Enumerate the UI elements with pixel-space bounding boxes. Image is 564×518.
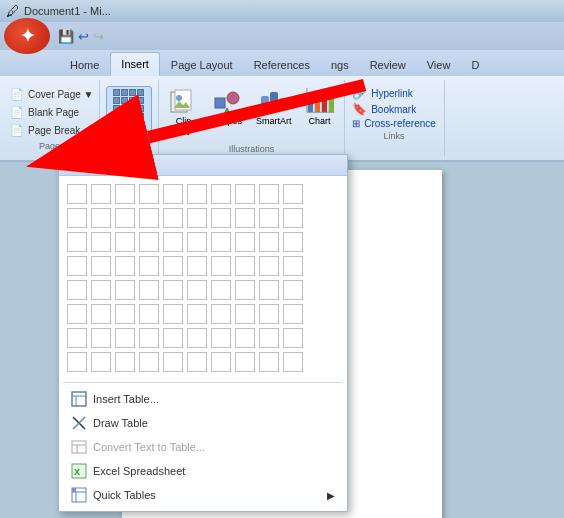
grid-cell[interactable]: [283, 256, 303, 276]
draw-table-item[interactable]: Draw Table: [59, 411, 347, 435]
grid-cell[interactable]: [163, 232, 183, 252]
cover-page-button[interactable]: 📄 Cover Page ▼: [8, 86, 95, 103]
grid-cell[interactable]: [115, 280, 135, 300]
grid-cell[interactable]: [235, 352, 255, 372]
grid-cell[interactable]: [163, 256, 183, 276]
grid-cell[interactable]: [139, 352, 159, 372]
grid-cell[interactable]: [259, 232, 279, 252]
save-icon[interactable]: 💾: [58, 29, 74, 44]
grid-cell[interactable]: [91, 304, 111, 324]
cross-reference-button[interactable]: ⊞ Cross-reference: [352, 118, 436, 129]
tab-references[interactable]: References: [244, 54, 320, 76]
grid-cell[interactable]: [163, 304, 183, 324]
tab-review[interactable]: Review: [360, 54, 416, 76]
tab-page-layout[interactable]: Page Layout: [161, 54, 243, 76]
hyperlink-button[interactable]: 🔗 Hyperlink: [352, 86, 413, 100]
redo-icon[interactable]: ↪: [93, 29, 104, 44]
grid-cell[interactable]: [211, 352, 231, 372]
grid-cell[interactable]: [187, 280, 207, 300]
blank-page-button[interactable]: 📄 Blank Page: [8, 104, 81, 121]
grid-cell[interactable]: [91, 256, 111, 276]
grid-cell[interactable]: [235, 280, 255, 300]
grid-cell[interactable]: [91, 208, 111, 228]
grid-cell[interactable]: [211, 232, 231, 252]
grid-cell[interactable]: [115, 232, 135, 252]
quick-tables-item[interactable]: Quick Tables ▶: [59, 483, 347, 507]
grid-cell[interactable]: [187, 232, 207, 252]
shapes-button[interactable]: Shapes: [205, 84, 248, 130]
grid-cell[interactable]: [187, 304, 207, 324]
grid-cell[interactable]: [283, 328, 303, 348]
page-break-button[interactable]: 📄 Page Break: [8, 122, 82, 139]
grid-cell[interactable]: [67, 328, 87, 348]
grid-cell[interactable]: [115, 184, 135, 204]
grid-cell[interactable]: [139, 304, 159, 324]
table-button[interactable]: Table: [106, 86, 152, 137]
grid-cell[interactable]: [187, 256, 207, 276]
grid-cell[interactable]: [211, 280, 231, 300]
grid-cell[interactable]: [283, 280, 303, 300]
grid-cell[interactable]: [259, 208, 279, 228]
grid-cell[interactable]: [139, 280, 159, 300]
grid-cell[interactable]: [259, 256, 279, 276]
grid-cell[interactable]: [283, 184, 303, 204]
tab-view[interactable]: View: [417, 54, 461, 76]
grid-cell[interactable]: [259, 304, 279, 324]
grid-cell[interactable]: [115, 304, 135, 324]
grid-cell[interactable]: [115, 208, 135, 228]
excel-spreadsheet-item[interactable]: X Excel Spreadsheet: [59, 459, 347, 483]
grid-cell[interactable]: [163, 208, 183, 228]
tab-mailings[interactable]: ngs: [321, 54, 359, 76]
grid-cell[interactable]: [67, 184, 87, 204]
grid-cell[interactable]: [139, 232, 159, 252]
grid-cell[interactable]: [283, 352, 303, 372]
insert-table-item[interactable]: Insert Table...: [59, 387, 347, 411]
grid-cell[interactable]: [139, 184, 159, 204]
clipart-button[interactable]: ClipArt: [163, 84, 203, 142]
convert-text-item[interactable]: Convert Text to Table...: [59, 435, 347, 459]
grid-cell[interactable]: [187, 208, 207, 228]
grid-cell[interactable]: [115, 328, 135, 348]
office-button[interactable]: ✦: [4, 18, 50, 54]
grid-cell[interactable]: [259, 328, 279, 348]
grid-cell[interactable]: [139, 256, 159, 276]
grid-cell[interactable]: [67, 256, 87, 276]
grid-cell[interactable]: [187, 184, 207, 204]
grid-cell[interactable]: [259, 184, 279, 204]
grid-cell[interactable]: [115, 352, 135, 372]
grid-cell[interactable]: [211, 208, 231, 228]
grid-cell[interactable]: [115, 256, 135, 276]
grid-cell[interactable]: [139, 328, 159, 348]
bookmark-button[interactable]: 🔖 Bookmark: [352, 102, 416, 116]
grid-cell[interactable]: [235, 328, 255, 348]
grid-cell[interactable]: [91, 184, 111, 204]
grid-cell[interactable]: [211, 304, 231, 324]
undo-icon[interactable]: ↩: [78, 29, 89, 44]
grid-cell[interactable]: [235, 232, 255, 252]
grid-cell[interactable]: [139, 208, 159, 228]
grid-cell[interactable]: [235, 184, 255, 204]
grid-cell[interactable]: [259, 280, 279, 300]
grid-cell[interactable]: [211, 184, 231, 204]
grid-cell[interactable]: [283, 208, 303, 228]
grid-cell[interactable]: [187, 352, 207, 372]
grid-cell[interactable]: [163, 352, 183, 372]
grid-cell[interactable]: [67, 352, 87, 372]
tab-extra[interactable]: D: [461, 54, 489, 76]
grid-cell[interactable]: [283, 304, 303, 324]
grid-cell[interactable]: [67, 280, 87, 300]
grid-cell[interactable]: [283, 232, 303, 252]
grid-cell[interactable]: [235, 208, 255, 228]
grid-cell[interactable]: [211, 256, 231, 276]
smartart-button[interactable]: SmartArt: [250, 84, 298, 130]
grid-cell[interactable]: [211, 328, 231, 348]
grid-cell[interactable]: [187, 328, 207, 348]
chart-button[interactable]: Chart: [300, 84, 340, 130]
grid-cell[interactable]: [67, 208, 87, 228]
grid-cell[interactable]: [163, 280, 183, 300]
grid-cell[interactable]: [91, 328, 111, 348]
tab-home[interactable]: Home: [60, 54, 109, 76]
grid-cell[interactable]: [163, 184, 183, 204]
grid-cell[interactable]: [235, 304, 255, 324]
grid-cell[interactable]: [235, 256, 255, 276]
